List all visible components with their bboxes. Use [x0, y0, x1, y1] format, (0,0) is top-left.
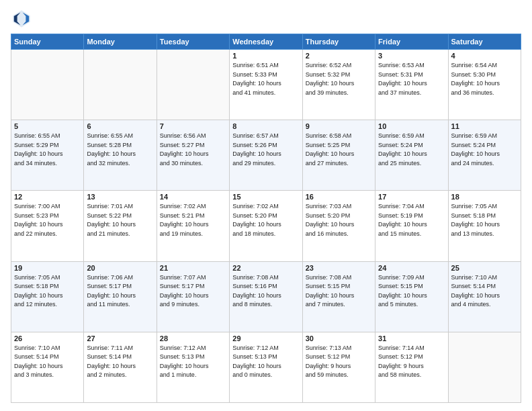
day-info: Sunrise: 6:59 AM Sunset: 5:24 PM Dayligh… — [378, 132, 445, 168]
calendar-cell: 26Sunrise: 7:10 AM Sunset: 5:14 PM Dayli… — [11, 332, 84, 402]
day-number: 29 — [232, 334, 299, 342]
calendar-week-4: 19Sunrise: 7:05 AM Sunset: 5:18 PM Dayli… — [11, 261, 521, 332]
calendar-cell — [11, 50, 84, 120]
day-number: 13 — [87, 193, 153, 201]
day-info: Sunrise: 7:04 AM Sunset: 5:19 PM Dayligh… — [378, 202, 445, 238]
day-info: Sunrise: 7:14 AM Sunset: 5:12 PM Dayligh… — [378, 344, 445, 380]
calendar-cell — [157, 50, 229, 120]
day-info: Sunrise: 7:02 AM Sunset: 5:20 PM Dayligh… — [232, 202, 299, 238]
calendar-cell: 27Sunrise: 7:11 AM Sunset: 5:14 PM Dayli… — [84, 332, 157, 402]
day-info: Sunrise: 7:08 AM Sunset: 5:15 PM Dayligh… — [306, 273, 372, 310]
calendar-cell: 16Sunrise: 7:03 AM Sunset: 5:20 PM Dayli… — [302, 191, 375, 261]
day-info: Sunrise: 7:05 AM Sunset: 5:18 PM Dayligh… — [14, 273, 81, 310]
calendar-cell: 18Sunrise: 7:05 AM Sunset: 5:18 PM Dayli… — [448, 191, 521, 261]
day-info: Sunrise: 7:10 AM Sunset: 5:14 PM Dayligh… — [451, 273, 518, 310]
calendar-cell: 31Sunrise: 7:14 AM Sunset: 5:12 PM Dayli… — [375, 332, 448, 402]
day-info: Sunrise: 7:09 AM Sunset: 5:15 PM Dayligh… — [378, 273, 445, 310]
calendar-cell: 23Sunrise: 7:08 AM Sunset: 5:15 PM Dayli… — [302, 261, 375, 332]
day-number: 15 — [232, 193, 299, 201]
calendar-week-3: 12Sunrise: 7:00 AM Sunset: 5:23 PM Dayli… — [11, 191, 521, 261]
weekday-header-sunday: Sunday — [11, 34, 84, 50]
weekday-header-wednesday: Wednesday — [230, 34, 302, 50]
calendar-cell: 14Sunrise: 7:02 AM Sunset: 5:21 PM Dayli… — [157, 191, 229, 261]
day-info: Sunrise: 7:00 AM Sunset: 5:23 PM Dayligh… — [14, 202, 81, 238]
day-info: Sunrise: 6:58 AM Sunset: 5:25 PM Dayligh… — [306, 132, 372, 168]
day-number: 22 — [232, 264, 299, 272]
day-info: Sunrise: 7:06 AM Sunset: 5:17 PM Dayligh… — [87, 273, 153, 310]
day-info: Sunrise: 7:11 AM Sunset: 5:14 PM Dayligh… — [87, 344, 153, 380]
weekday-header-friday: Friday — [375, 34, 448, 50]
day-info: Sunrise: 6:52 AM Sunset: 5:32 PM Dayligh… — [306, 61, 372, 97]
calendar-week-2: 5Sunrise: 6:55 AM Sunset: 5:29 PM Daylig… — [11, 120, 521, 191]
calendar: SundayMondayTuesdayWednesdayThursdayFrid… — [11, 34, 521, 403]
day-number: 8 — [232, 122, 299, 130]
day-number: 16 — [306, 193, 372, 201]
calendar-cell: 22Sunrise: 7:08 AM Sunset: 5:16 PM Dayli… — [230, 261, 302, 332]
day-number: 6 — [87, 122, 153, 130]
day-number: 1 — [232, 52, 299, 60]
day-number: 24 — [378, 264, 445, 272]
day-number: 2 — [306, 52, 372, 60]
calendar-cell: 4Sunrise: 6:54 AM Sunset: 5:30 PM Daylig… — [448, 50, 521, 120]
day-info: Sunrise: 7:13 AM Sunset: 5:12 PM Dayligh… — [306, 344, 372, 380]
day-info: Sunrise: 6:53 AM Sunset: 5:31 PM Dayligh… — [378, 61, 445, 97]
day-number: 28 — [160, 334, 226, 342]
calendar-cell: 3Sunrise: 6:53 AM Sunset: 5:31 PM Daylig… — [375, 50, 448, 120]
day-info: Sunrise: 7:03 AM Sunset: 5:20 PM Dayligh… — [306, 202, 372, 238]
day-info: Sunrise: 7:02 AM Sunset: 5:21 PM Dayligh… — [160, 202, 226, 238]
weekday-header-monday: Monday — [84, 34, 157, 50]
day-number: 26 — [14, 334, 81, 342]
calendar-cell — [84, 50, 157, 120]
day-info: Sunrise: 7:07 AM Sunset: 5:17 PM Dayligh… — [160, 273, 226, 310]
day-info: Sunrise: 7:12 AM Sunset: 5:13 PM Dayligh… — [160, 344, 226, 380]
calendar-cell: 30Sunrise: 7:13 AM Sunset: 5:12 PM Dayli… — [302, 332, 375, 402]
day-number: 20 — [87, 264, 153, 272]
logo-icon — [11, 8, 32, 30]
calendar-cell: 20Sunrise: 7:06 AM Sunset: 5:17 PM Dayli… — [84, 261, 157, 332]
day-info: Sunrise: 6:57 AM Sunset: 5:26 PM Dayligh… — [232, 132, 299, 168]
header — [11, 8, 521, 30]
day-number: 23 — [306, 264, 372, 272]
weekday-header-thursday: Thursday — [302, 34, 375, 50]
day-number: 5 — [14, 122, 81, 130]
calendar-cell — [448, 332, 521, 402]
day-number: 4 — [451, 52, 518, 60]
day-number: 11 — [451, 122, 518, 130]
day-number: 7 — [160, 122, 226, 130]
calendar-cell: 6Sunrise: 6:55 AM Sunset: 5:28 PM Daylig… — [84, 120, 157, 191]
calendar-cell: 13Sunrise: 7:01 AM Sunset: 5:22 PM Dayli… — [84, 191, 157, 261]
calendar-cell: 19Sunrise: 7:05 AM Sunset: 5:18 PM Dayli… — [11, 261, 84, 332]
day-number: 12 — [14, 193, 81, 201]
day-number: 27 — [87, 334, 153, 342]
weekday-header-saturday: Saturday — [448, 34, 521, 50]
calendar-cell: 17Sunrise: 7:04 AM Sunset: 5:19 PM Dayli… — [375, 191, 448, 261]
day-info: Sunrise: 7:08 AM Sunset: 5:16 PM Dayligh… — [232, 273, 299, 310]
day-number: 30 — [306, 334, 372, 342]
day-number: 31 — [378, 334, 445, 342]
logo — [11, 8, 35, 30]
day-info: Sunrise: 6:56 AM Sunset: 5:27 PM Dayligh… — [160, 132, 226, 168]
calendar-week-5: 26Sunrise: 7:10 AM Sunset: 5:14 PM Dayli… — [11, 332, 521, 402]
calendar-cell: 24Sunrise: 7:09 AM Sunset: 5:15 PM Dayli… — [375, 261, 448, 332]
day-info: Sunrise: 7:12 AM Sunset: 5:13 PM Dayligh… — [232, 344, 299, 380]
calendar-cell: 12Sunrise: 7:00 AM Sunset: 5:23 PM Dayli… — [11, 191, 84, 261]
day-number: 25 — [451, 264, 518, 272]
weekday-header-tuesday: Tuesday — [157, 34, 229, 50]
calendar-cell: 21Sunrise: 7:07 AM Sunset: 5:17 PM Dayli… — [157, 261, 229, 332]
day-info: Sunrise: 6:51 AM Sunset: 5:33 PM Dayligh… — [232, 61, 299, 97]
calendar-cell: 28Sunrise: 7:12 AM Sunset: 5:13 PM Dayli… — [157, 332, 229, 402]
day-number: 17 — [378, 193, 445, 201]
calendar-cell: 2Sunrise: 6:52 AM Sunset: 5:32 PM Daylig… — [302, 50, 375, 120]
day-number: 3 — [378, 52, 445, 60]
day-number: 14 — [160, 193, 226, 201]
page: SundayMondayTuesdayWednesdayThursdayFrid… — [0, 0, 532, 411]
calendar-cell: 15Sunrise: 7:02 AM Sunset: 5:20 PM Dayli… — [230, 191, 302, 261]
day-number: 18 — [451, 193, 518, 201]
calendar-cell: 11Sunrise: 6:59 AM Sunset: 5:24 PM Dayli… — [448, 120, 521, 191]
calendar-cell: 7Sunrise: 6:56 AM Sunset: 5:27 PM Daylig… — [157, 120, 229, 191]
day-info: Sunrise: 6:55 AM Sunset: 5:28 PM Dayligh… — [87, 132, 153, 168]
day-number: 21 — [160, 264, 226, 272]
calendar-cell: 25Sunrise: 7:10 AM Sunset: 5:14 PM Dayli… — [448, 261, 521, 332]
day-info: Sunrise: 6:54 AM Sunset: 5:30 PM Dayligh… — [451, 61, 518, 97]
day-number: 19 — [14, 264, 81, 272]
